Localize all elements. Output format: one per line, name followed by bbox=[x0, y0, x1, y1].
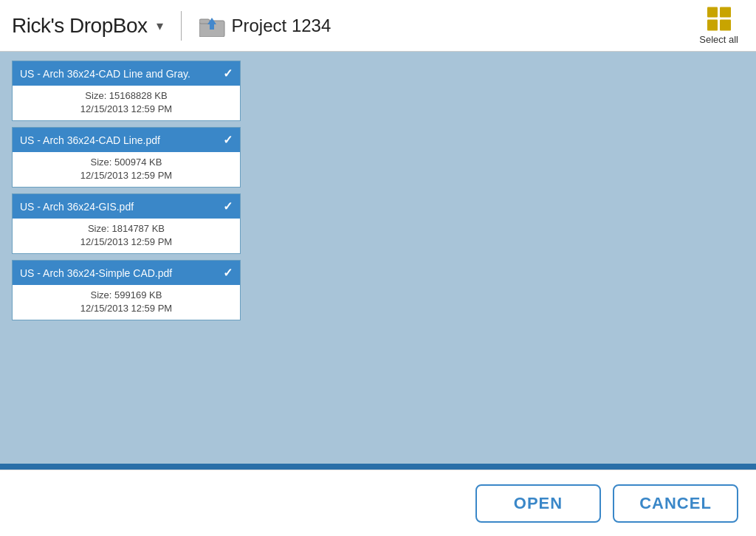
main-content: US - Arch 36x24-CAD Line and Gray.✓Size:… bbox=[0, 52, 756, 464]
file-header[interactable]: US - Arch 36x24-CAD Line.pdf✓ bbox=[13, 128, 240, 152]
file-date: 12/15/2013 12:59 PM bbox=[20, 303, 233, 314]
file-date: 12/15/2013 12:59 PM bbox=[20, 170, 233, 181]
file-name: US - Arch 36x24-Simple CAD.pdf bbox=[20, 267, 172, 279]
file-item: US - Arch 36x24-CAD Line.pdf✓Size: 50097… bbox=[12, 127, 241, 188]
folder-icon-wrap: Project 1234 bbox=[199, 15, 331, 37]
file-size: Size: 1814787 KB bbox=[20, 223, 233, 234]
header: Rick's DropBox ▾ Project 1234 Select all bbox=[0, 0, 756, 52]
file-name: US - Arch 36x24-GIS.pdf bbox=[20, 201, 134, 213]
dropdown-arrow-icon[interactable]: ▾ bbox=[157, 18, 163, 34]
file-item: US - Arch 36x24-GIS.pdf✓Size: 1814787 KB… bbox=[12, 193, 241, 254]
file-header[interactable]: US - Arch 36x24-Simple CAD.pdf✓ bbox=[13, 261, 240, 285]
file-size: Size: 599169 KB bbox=[20, 289, 233, 300]
file-item: US - Arch 36x24-Simple CAD.pdf✓Size: 599… bbox=[12, 260, 241, 320]
file-list: US - Arch 36x24-CAD Line and Gray.✓Size:… bbox=[12, 61, 241, 326]
select-all-button[interactable]: Select all bbox=[693, 4, 744, 47]
select-all-label: Select all bbox=[699, 33, 738, 44]
file-name: US - Arch 36x24-CAD Line and Gray. bbox=[20, 68, 190, 80]
file-size: Size: 15168828 KB bbox=[20, 90, 233, 101]
check-icon: ✓ bbox=[223, 66, 233, 80]
select-all-icon bbox=[707, 7, 731, 30]
file-header[interactable]: US - Arch 36x24-GIS.pdf✓ bbox=[13, 194, 240, 219]
open-button[interactable]: OPEN bbox=[475, 484, 601, 523]
file-date: 12/15/2013 12:59 PM bbox=[20, 236, 233, 247]
file-size: Size: 500974 KB bbox=[20, 157, 233, 168]
file-name: US - Arch 36x24-CAD Line.pdf bbox=[20, 134, 160, 146]
cancel-button[interactable]: CANCEL bbox=[613, 484, 738, 523]
bottom-bar bbox=[0, 464, 756, 470]
check-icon: ✓ bbox=[223, 199, 233, 213]
check-icon: ✓ bbox=[223, 133, 233, 147]
svg-rect-1 bbox=[199, 19, 210, 24]
folder-icon bbox=[199, 15, 226, 37]
check-icon: ✓ bbox=[223, 266, 233, 280]
project-name: Project 1234 bbox=[232, 16, 331, 36]
file-date: 12/15/2013 12:59 PM bbox=[20, 103, 233, 114]
file-item: US - Arch 36x24-CAD Line and Gray.✓Size:… bbox=[12, 61, 241, 121]
header-divider bbox=[181, 11, 182, 41]
app-name[interactable]: Rick's DropBox bbox=[12, 14, 148, 38]
header-title: Rick's DropBox ▾ Project 1234 bbox=[12, 11, 331, 41]
file-details: Size: 500974 KB12/15/2013 12:59 PM bbox=[13, 152, 240, 187]
file-header[interactable]: US - Arch 36x24-CAD Line and Gray.✓ bbox=[13, 61, 240, 86]
file-details: Size: 599169 KB12/15/2013 12:59 PM bbox=[13, 285, 240, 320]
file-details: Size: 15168828 KB12/15/2013 12:59 PM bbox=[13, 86, 240, 120]
file-details: Size: 1814787 KB12/15/2013 12:59 PM bbox=[13, 219, 240, 253]
footer: OPEN CANCEL bbox=[0, 470, 756, 536]
